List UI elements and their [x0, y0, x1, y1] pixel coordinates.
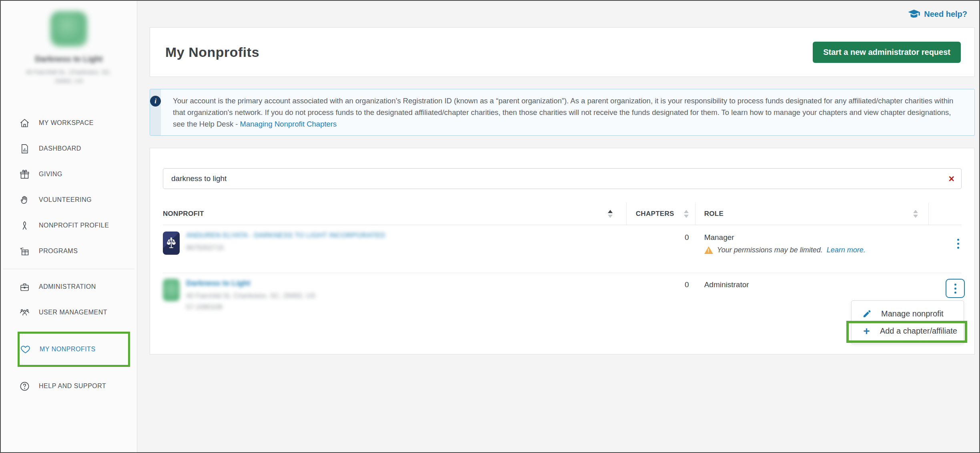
nonprofit-link[interactable]: Darkness to Light: [186, 279, 250, 288]
hand-icon: [19, 195, 30, 205]
column-header-actions: [929, 203, 962, 225]
page-title: My Nonprofits: [165, 44, 259, 60]
sidebar-item-user-management[interactable]: USER MANAGEMENT: [1, 300, 137, 325]
column-header-role[interactable]: ROLE: [695, 203, 929, 225]
users-icon: [19, 307, 30, 318]
nonprofits-table-card: × NONPROFIT CHAPTERS ROLE: [150, 148, 975, 354]
sidebar-nav: MY WORKSPACE DASHBOARD GIVING VOLUNTEERI…: [1, 110, 137, 264]
briefcase-icon: [19, 282, 30, 292]
page-header-card: My Nonprofits Start a new administrator …: [150, 27, 975, 77]
sort-icon-chapters[interactable]: [684, 210, 689, 218]
sort-icon-role[interactable]: [913, 210, 918, 218]
info-banner-text: Your account is the primary account asso…: [161, 89, 974, 135]
pencil-icon: [862, 309, 872, 318]
sort-icon-nonprofit[interactable]: [608, 210, 613, 218]
sidebar: Darkness to Light 40 Fairchild St., Char…: [1, 1, 137, 452]
org-header: Darkness to Light 40 Fairchild St., Char…: [1, 11, 137, 89]
sidebar-divider: [3, 269, 134, 269]
ribbon-icon: [19, 220, 30, 231]
info-icon: i: [150, 96, 161, 107]
warning-icon: [704, 246, 713, 254]
report-icon: [19, 143, 30, 154]
row-menu-button-active[interactable]: [946, 279, 965, 298]
role-warning: Your permissions may be limited. Learn m…: [704, 246, 929, 254]
table-header: NONPROFIT CHAPTERS ROLE: [163, 203, 962, 225]
row-menu-icon[interactable]: [955, 236, 962, 273]
menu-item-wrap: + Add a chapter/affiliate: [852, 322, 964, 340]
programs-icon: [19, 246, 30, 257]
info-banner-stripe: i: [150, 89, 161, 135]
nonprofit-ein: 57-1090108: [186, 302, 315, 312]
learn-more-link[interactable]: Learn more.: [827, 246, 866, 254]
menu-item-add-chapter-affiliate[interactable]: + Add a chapter/affiliate: [852, 322, 964, 340]
actions-cell: [929, 232, 962, 273]
chapters-cell: 0: [627, 279, 695, 353]
sidebar-item-dashboard[interactable]: DASHBOARD: [1, 136, 137, 161]
column-header-chapters[interactable]: CHAPTERS: [627, 203, 695, 225]
role-value: Administrator: [704, 280, 929, 289]
table-row: Darkness to Light 40 Fairchild St, Charl…: [163, 273, 962, 353]
gift-icon: [19, 169, 30, 180]
sidebar-item-nonprofit-profile[interactable]: NONPROFIT PROFILE: [1, 213, 137, 238]
chapters-cell: 0: [627, 232, 695, 273]
sidebar-item-my-nonprofits[interactable]: MY NONPROFITS: [18, 332, 130, 367]
info-banner: i Your account is the primary account as…: [150, 89, 975, 136]
plus-icon: +: [862, 327, 871, 336]
main-content: Need help? My Nonprofits Start a new adm…: [137, 1, 979, 452]
sidebar-item-administration[interactable]: ADMINISTRATION: [1, 274, 137, 300]
search-wrap: ×: [163, 168, 962, 189]
role-cell: Manager Your permissions may be limited.…: [695, 232, 929, 273]
role-value: Manager: [704, 233, 929, 242]
start-admin-request-button[interactable]: Start a new administrator request: [813, 42, 961, 63]
graduation-cap-icon: [908, 10, 920, 18]
menu-item-manage-nonprofit[interactable]: Manage nonprofit: [852, 305, 964, 322]
home-icon: [19, 118, 30, 129]
org-logo: [50, 11, 87, 46]
nonprofit-cell: ANDUREN ELYATA - DARKNESS TO LIGHT INCOR…: [163, 232, 627, 273]
question-icon: [19, 381, 30, 392]
actions-cell: Manage nonprofit + Add a chapter/affilia…: [929, 279, 962, 353]
sidebar-item-programs[interactable]: PROGRAMS: [1, 238, 137, 264]
managing-chapters-link[interactable]: Managing Nonprofit Chapters: [240, 120, 337, 128]
row-context-menu: Manage nonprofit + Add a chapter/affilia…: [851, 300, 964, 344]
org-address: 40 Fairchild St., Charleston, SC, 29492,…: [8, 68, 130, 85]
org-name: Darkness to Light: [8, 54, 130, 64]
topbar: Need help?: [137, 1, 979, 27]
nonprofit-link[interactable]: ANDUREN ELYATA - DARKNESS TO LIGHT INCOR…: [186, 232, 385, 240]
heart-icon: [20, 344, 31, 355]
sidebar-nav-admin: ADMINISTRATION USER MANAGEMENT MY NONPRO…: [1, 274, 137, 399]
nonprofit-address: 40 Fairchild St, Charleston, SC, 29492, …: [186, 291, 315, 301]
need-help-link[interactable]: Need help?: [908, 10, 967, 19]
clear-search-icon[interactable]: ×: [948, 173, 954, 184]
search-input[interactable]: [163, 168, 962, 189]
sidebar-item-help-and-support[interactable]: HELP AND SUPPORT: [1, 373, 137, 399]
sidebar-item-giving[interactable]: GIVING: [1, 161, 137, 187]
table-row: ANDUREN ELYATA - DARKNESS TO LIGHT INCOR…: [163, 225, 962, 273]
sidebar-item-my-workspace[interactable]: MY WORKSPACE: [1, 110, 137, 136]
column-header-nonprofit[interactable]: NONPROFIT: [163, 203, 627, 225]
scales-logo: [163, 232, 180, 255]
org-logo-small: [163, 279, 180, 301]
sidebar-item-volunteering[interactable]: VOLUNTEERING: [1, 187, 137, 213]
nonprofit-ein: 9675002715: [186, 243, 385, 253]
nonprofit-cell: Darkness to Light 40 Fairchild St, Charl…: [163, 279, 627, 353]
